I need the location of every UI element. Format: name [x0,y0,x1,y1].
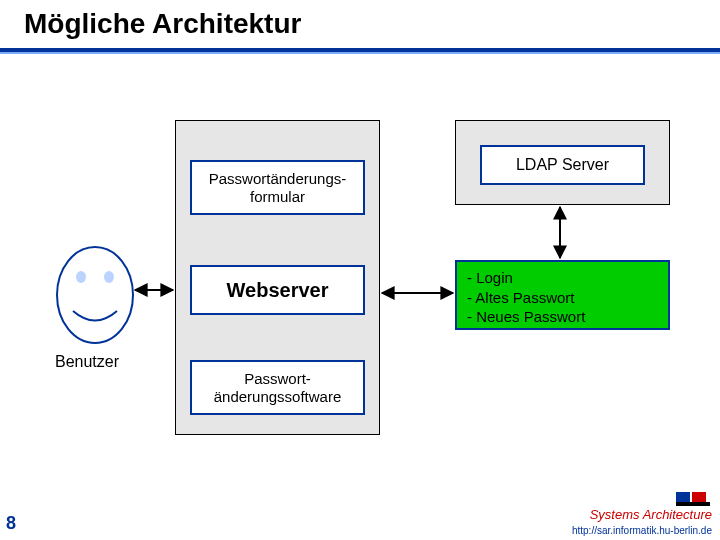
arrows-layer [0,0,720,540]
footer-brand: Systems Architecture [590,507,712,522]
footer-logo [676,490,710,506]
footer-url: http://sar.informatik.hu-berlin.de [572,525,712,536]
page-number: 8 [6,513,16,534]
svg-rect-5 [676,502,710,506]
